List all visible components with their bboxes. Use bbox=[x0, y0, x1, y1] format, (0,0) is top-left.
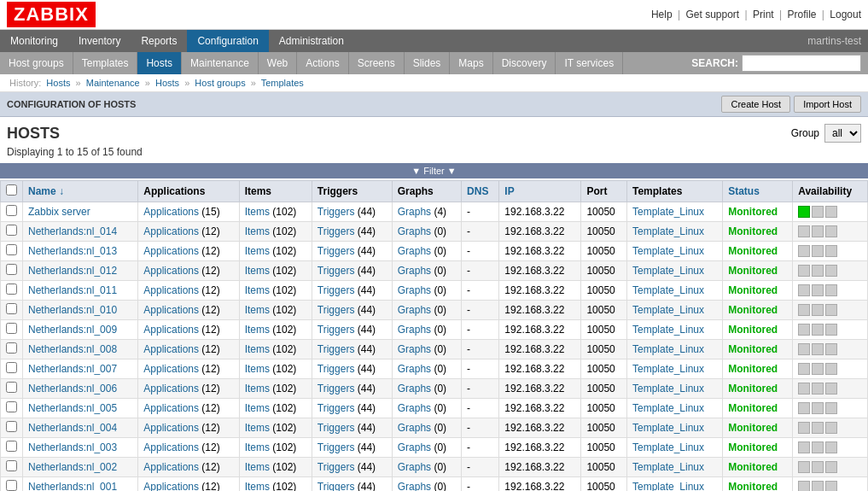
row-graphs-link[interactable]: Graphs bbox=[398, 481, 431, 491]
row-triggers-link[interactable]: Triggers bbox=[317, 265, 355, 277]
breadcrumb-maintenance[interactable]: Maintenance bbox=[86, 78, 140, 88]
row-name-link[interactable]: Netherlands:nl_003 bbox=[28, 441, 117, 453]
row-checkbox[interactable] bbox=[6, 225, 17, 236]
row-apps-link[interactable]: Applications bbox=[143, 265, 199, 277]
row-checkbox[interactable] bbox=[6, 342, 17, 354]
print-link[interactable]: Print bbox=[753, 9, 774, 20]
row-template-link[interactable]: Template_Linux bbox=[632, 461, 704, 473]
row-template-link[interactable]: Template_Linux bbox=[632, 343, 704, 355]
row-apps-link[interactable]: Applications bbox=[143, 343, 199, 355]
row-template-link[interactable]: Template_Linux bbox=[632, 441, 704, 453]
row-graphs-link[interactable]: Graphs bbox=[398, 402, 431, 414]
row-triggers-link[interactable]: Triggers bbox=[317, 383, 355, 395]
sub-web[interactable]: Web bbox=[259, 52, 297, 74]
row-checkbox[interactable] bbox=[6, 264, 17, 275]
nav-configuration[interactable]: Configuration bbox=[187, 30, 268, 52]
row-status-link[interactable]: Monitored bbox=[728, 284, 778, 296]
row-triggers-link[interactable]: Triggers bbox=[317, 284, 355, 296]
row-name-link[interactable]: Netherlands:nl_009 bbox=[28, 324, 117, 336]
row-template-link[interactable]: Template_Linux bbox=[632, 245, 704, 257]
help-link[interactable]: Help bbox=[651, 9, 673, 20]
nav-inventory[interactable]: Inventory bbox=[68, 30, 131, 52]
row-graphs-link[interactable]: Graphs bbox=[398, 324, 431, 336]
row-status-link[interactable]: Monitored bbox=[728, 441, 778, 453]
row-items-link[interactable]: Items bbox=[245, 422, 270, 434]
row-name-link[interactable]: Netherlands:nl_002 bbox=[28, 461, 117, 473]
row-checkbox[interactable] bbox=[6, 303, 17, 314]
row-apps-link[interactable]: Applications bbox=[143, 225, 199, 237]
row-name-link[interactable]: Netherlands:nl_013 bbox=[28, 245, 117, 257]
sub-maps[interactable]: Maps bbox=[450, 52, 492, 74]
row-items-link[interactable]: Items bbox=[245, 343, 270, 355]
row-items-link[interactable]: Items bbox=[245, 402, 270, 414]
sub-slides[interactable]: Slides bbox=[405, 52, 451, 74]
row-graphs-link[interactable]: Graphs bbox=[398, 206, 431, 218]
row-status-link[interactable]: Monitored bbox=[728, 481, 778, 491]
row-graphs-link[interactable]: Graphs bbox=[398, 441, 431, 453]
row-checkbox[interactable] bbox=[6, 283, 17, 295]
import-host-button[interactable]: Import Host bbox=[794, 96, 861, 113]
row-triggers-link[interactable]: Triggers bbox=[317, 422, 355, 434]
row-graphs-link[interactable]: Graphs bbox=[398, 343, 431, 355]
row-name-link[interactable]: Netherlands:nl_008 bbox=[28, 343, 117, 355]
row-apps-link[interactable]: Applications bbox=[143, 422, 199, 434]
row-apps-link[interactable]: Applications bbox=[143, 324, 199, 336]
row-status-link[interactable]: Monitored bbox=[728, 383, 778, 395]
group-select[interactable]: all bbox=[824, 124, 861, 143]
row-triggers-link[interactable]: Triggers bbox=[317, 461, 355, 473]
nav-administration[interactable]: Administration bbox=[269, 30, 354, 52]
row-status-link[interactable]: Monitored bbox=[728, 206, 778, 218]
search-input[interactable] bbox=[742, 55, 861, 72]
row-template-link[interactable]: Template_Linux bbox=[632, 383, 704, 395]
row-graphs-link[interactable]: Graphs bbox=[398, 265, 431, 277]
row-apps-link[interactable]: Applications bbox=[143, 481, 199, 491]
breadcrumb-templates[interactable]: Templates bbox=[261, 78, 304, 88]
row-status-link[interactable]: Monitored bbox=[728, 324, 778, 336]
select-all-checkbox[interactable] bbox=[6, 184, 17, 196]
row-checkbox[interactable] bbox=[6, 421, 17, 432]
sub-it-services[interactable]: IT services bbox=[556, 52, 623, 74]
row-name-link[interactable]: Zabbix server bbox=[28, 206, 90, 218]
row-triggers-link[interactable]: Triggers bbox=[317, 324, 355, 336]
row-graphs-link[interactable]: Graphs bbox=[398, 422, 431, 434]
row-name-link[interactable]: Netherlands:nl_012 bbox=[28, 265, 117, 277]
row-template-link[interactable]: Template_Linux bbox=[632, 363, 704, 375]
row-triggers-link[interactable]: Triggers bbox=[317, 363, 355, 375]
sub-host-groups[interactable]: Host groups bbox=[0, 52, 73, 74]
row-template-link[interactable]: Template_Linux bbox=[632, 481, 704, 491]
row-checkbox[interactable] bbox=[6, 362, 17, 373]
sub-screens[interactable]: Screens bbox=[349, 52, 405, 74]
row-apps-link[interactable]: Applications bbox=[143, 245, 199, 257]
row-items-link[interactable]: Items bbox=[245, 363, 270, 375]
row-items-link[interactable]: Items bbox=[245, 383, 270, 395]
row-items-link[interactable]: Items bbox=[245, 225, 270, 237]
row-checkbox[interactable] bbox=[6, 205, 17, 216]
row-graphs-link[interactable]: Graphs bbox=[398, 461, 431, 473]
row-status-link[interactable]: Monitored bbox=[728, 265, 778, 277]
row-template-link[interactable]: Template_Linux bbox=[632, 422, 704, 434]
row-status-link[interactable]: Monitored bbox=[728, 402, 778, 414]
row-apps-link[interactable]: Applications bbox=[143, 206, 199, 218]
row-graphs-link[interactable]: Graphs bbox=[398, 304, 431, 316]
logout-link[interactable]: Logout bbox=[830, 9, 861, 20]
row-name-link[interactable]: Netherlands:nl_007 bbox=[28, 363, 117, 375]
breadcrumb-hostgroups[interactable]: Host groups bbox=[195, 78, 245, 88]
row-triggers-link[interactable]: Triggers bbox=[317, 304, 355, 316]
row-template-link[interactable]: Template_Linux bbox=[632, 284, 704, 296]
sub-maintenance[interactable]: Maintenance bbox=[182, 52, 259, 74]
row-status-link[interactable]: Monitored bbox=[728, 363, 778, 375]
row-status-link[interactable]: Monitored bbox=[728, 304, 778, 316]
row-triggers-link[interactable]: Triggers bbox=[317, 225, 355, 237]
create-host-button[interactable]: Create Host bbox=[721, 96, 790, 113]
row-items-link[interactable]: Items bbox=[245, 245, 270, 257]
sub-actions[interactable]: Actions bbox=[297, 52, 348, 74]
row-status-link[interactable]: Monitored bbox=[728, 225, 778, 237]
row-status-link[interactable]: Monitored bbox=[728, 343, 778, 355]
th-dns-link[interactable]: DNS bbox=[467, 185, 488, 197]
row-checkbox[interactable] bbox=[6, 244, 17, 255]
row-name-link[interactable]: Netherlands:nl_006 bbox=[28, 383, 117, 395]
filter-bar[interactable]: ▼ Filter ▼ bbox=[0, 163, 868, 178]
breadcrumb-hosts2[interactable]: Hosts bbox=[155, 78, 179, 88]
sub-templates[interactable]: Templates bbox=[73, 52, 138, 74]
row-name-link[interactable]: Netherlands:nl_004 bbox=[28, 422, 117, 434]
